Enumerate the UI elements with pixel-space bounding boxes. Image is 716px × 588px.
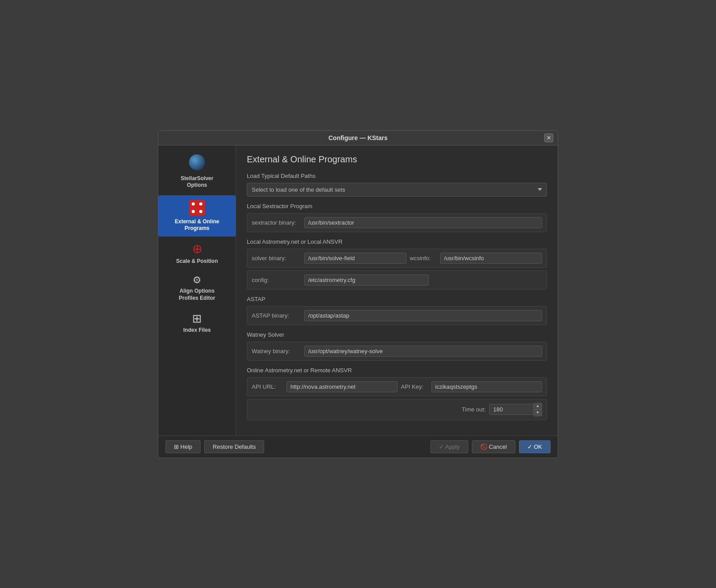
- api-key-label: API Key:: [401, 383, 428, 390]
- default-paths-dropdown[interactable]: Select to load one of the default sets: [247, 183, 547, 197]
- timeout-spinner: ▲ ▼: [489, 403, 542, 416]
- dialog-title: Configure — KStars: [328, 134, 387, 141]
- section-title-watney: Watney Solver: [247, 331, 547, 338]
- astap-binary-label: ASTAP binary:: [252, 312, 301, 319]
- apply-button[interactable]: ✓ Apply: [430, 440, 468, 453]
- wcsinfo-label: wcsinfo:: [410, 255, 437, 262]
- solver-binary-label: solver binary:: [252, 255, 301, 262]
- dialog-footer: ⊞ Help Restore Defaults ✓ Apply 🚫 Cancel…: [158, 435, 558, 458]
- sidebar-label-external-online: External & OnlinePrograms: [175, 218, 219, 232]
- section-title-sextractor: Local Sextractor Program: [247, 203, 547, 209]
- section-local-astrometry: Local Astrometry.net or Local ANSVR solv…: [247, 238, 547, 290]
- sextractor-binary-input[interactable]: [304, 217, 542, 228]
- dropdown-wrapper: Select to load one of the default sets: [247, 183, 547, 197]
- ok-button[interactable]: ✓ OK: [519, 440, 551, 453]
- sidebar-label-stellar-solver: StellarSolverOptions: [181, 175, 213, 189]
- sidebar-label-align-options: Align OptionsProfiles Editor: [179, 288, 215, 302]
- sidebar-item-scale-position[interactable]: ⊕ Scale & Position: [158, 238, 236, 270]
- config-label: config:: [252, 277, 301, 283]
- section-title-online-astrometry: Online Astrometry.net or Remote ANSVR: [247, 367, 547, 374]
- spinner-buttons: ▲ ▼: [534, 403, 542, 416]
- astap-binary-input[interactable]: [304, 310, 542, 321]
- restore-defaults-button[interactable]: Restore Defaults: [204, 440, 264, 453]
- globe-icon: [189, 154, 205, 173]
- sidebar-label-index-files: Index Files: [183, 327, 211, 334]
- help-button[interactable]: ⊞ Help: [165, 440, 201, 453]
- sidebar-item-external-online[interactable]: External & OnlinePrograms: [158, 195, 236, 237]
- astrometry-row1: solver binary: wcsinfo:: [247, 249, 547, 268]
- grid-icon: ⊞: [192, 313, 202, 324]
- api-url-input[interactable]: [286, 381, 398, 392]
- spinner-down-button[interactable]: ▼: [534, 410, 542, 416]
- sidebar-item-index-files[interactable]: ⊞ Index Files: [158, 308, 236, 338]
- sidebar-item-align-options[interactable]: ⚙ Align OptionsProfiles Editor: [158, 271, 236, 306]
- section-watney: Watney Solver Watney binary:: [247, 331, 547, 361]
- timeout-label: Time out:: [462, 406, 486, 413]
- spinner-up-button[interactable]: ▲: [534, 403, 542, 410]
- sliders-icon: ⚙: [193, 275, 201, 285]
- config-input[interactable]: [304, 274, 429, 286]
- online-astrometry-row2: Time out: ▲ ▼: [247, 399, 547, 420]
- footer-left-buttons: ⊞ Help Restore Defaults: [165, 440, 264, 453]
- dialog-body: StellarSolverOptions External & OnlinePr…: [158, 145, 558, 435]
- watney-binary-label: Watney binary:: [252, 348, 301, 354]
- watney-binary-input[interactable]: [304, 346, 542, 357]
- section-local-sextractor: Local Sextractor Program sextractor bina…: [247, 203, 547, 232]
- watney-binary-row: Watney binary:: [247, 342, 547, 361]
- section-astap: ASTAP ASTAP binary:: [247, 296, 547, 325]
- configure-dialog: Configure — KStars ✕ StellarSolverOption…: [158, 130, 558, 458]
- astap-binary-row: ASTAP binary:: [247, 306, 547, 325]
- astrometry-row2: config:: [247, 270, 547, 290]
- page-title: External & Online Programs: [247, 154, 547, 165]
- section-online-astrometry: Online Astrometry.net or Remote ANSVR AP…: [247, 367, 547, 420]
- cancel-button[interactable]: 🚫 Cancel: [472, 440, 515, 453]
- section-default-paths: Load Typical Default Paths Select to loa…: [247, 173, 547, 197]
- close-button[interactable]: ✕: [544, 133, 553, 142]
- section-title-default-paths: Load Typical Default Paths: [247, 173, 547, 179]
- sidebar-label-scale-position: Scale & Position: [176, 258, 218, 265]
- section-title-astrometry: Local Astrometry.net or Local ANSVR: [247, 238, 547, 245]
- main-content: External & Online Programs Load Typical …: [236, 145, 558, 435]
- sextractor-binary-label: sextractor binary:: [252, 219, 301, 226]
- crosshair-icon: ⊕: [192, 243, 202, 255]
- section-title-astap: ASTAP: [247, 296, 547, 302]
- wcsinfo-input[interactable]: [440, 253, 543, 264]
- online-astrometry-row1: API URL: API Key:: [247, 377, 547, 396]
- sidebar: StellarSolverOptions External & OnlinePr…: [158, 145, 236, 435]
- sidebar-item-stellar-solver[interactable]: StellarSolverOptions: [158, 150, 236, 193]
- dice-icon: [189, 200, 205, 216]
- timeout-input[interactable]: [489, 404, 534, 415]
- api-url-label: API URL:: [252, 383, 283, 390]
- api-key-input[interactable]: [431, 381, 543, 392]
- footer-right-buttons: ✓ Apply 🚫 Cancel ✓ OK: [430, 440, 551, 453]
- sextractor-binary-row: sextractor binary:: [247, 213, 547, 232]
- title-bar: Configure — KStars ✕: [158, 131, 558, 145]
- solver-binary-input[interactable]: [304, 253, 406, 264]
